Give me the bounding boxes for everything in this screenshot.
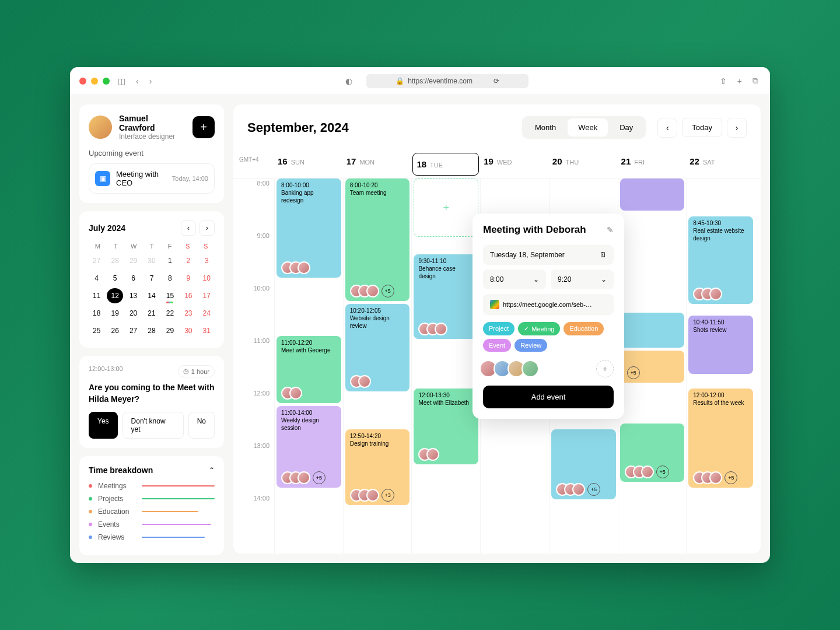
add-button[interactable]: + (192, 116, 215, 138)
calendar-event[interactable]: 8:45-10:30Real estate website design (688, 216, 753, 304)
mini-cal-day[interactable]: 29 (162, 323, 178, 338)
tag-education[interactable]: Education (564, 322, 604, 335)
day-header[interactable]: 19WED (480, 150, 549, 178)
mini-cal-day[interactable]: 25 (89, 323, 104, 338)
day-header[interactable]: 20THU (549, 150, 618, 178)
mini-cal-day[interactable]: 2 (180, 253, 196, 268)
meeting-link-field[interactable]: https://meet.google.com/seb-… (483, 294, 614, 315)
mini-cal-day[interactable]: 12 (107, 288, 123, 303)
next-week-button[interactable]: › (727, 118, 747, 138)
new-tab-icon[interactable]: + (735, 74, 744, 88)
mini-cal-day[interactable]: 27 (125, 323, 141, 338)
close-icon[interactable] (79, 78, 86, 85)
day-header[interactable]: 17MON (343, 150, 412, 178)
mini-cal-day[interactable]: 17 (199, 288, 215, 303)
new-event-placeholder[interactable]: + (414, 178, 478, 237)
calendar-event[interactable]: 12:00-13:30Meet with Elizabeth (414, 388, 478, 464)
mini-cal-day[interactable]: 7 (144, 271, 159, 286)
calendar-event[interactable]: 11:00-14:00Weekly design session+5 (276, 406, 341, 488)
mini-cal-day[interactable]: 24 (199, 306, 215, 321)
view-tab-month[interactable]: Month (524, 118, 566, 136)
mini-cal-day[interactable]: 13 (125, 288, 141, 303)
mini-cal-day[interactable]: 4 (89, 271, 104, 286)
add-attendee-button[interactable]: + (596, 360, 614, 377)
calendar-event[interactable]: +5 (551, 429, 616, 499)
mini-cal-day[interactable]: 11 (89, 288, 104, 303)
mini-cal-day[interactable]: 28 (144, 323, 159, 338)
mini-cal-day[interactable]: 28 (107, 253, 123, 268)
mini-cal-day[interactable]: 21 (144, 306, 159, 321)
shield-icon[interactable]: ◐ (343, 74, 355, 88)
avatar[interactable] (89, 116, 112, 139)
mini-prev-icon[interactable]: ‹ (181, 220, 196, 236)
calendar-event[interactable]: 10:40-11:50Shots review (688, 316, 753, 374)
mini-cal-day[interactable]: 30 (180, 323, 196, 338)
chevron-up-icon[interactable]: ⌃ (209, 466, 215, 474)
address-bar[interactable]: 🔒 https://eventime.com ⟳ (366, 74, 528, 88)
mini-cal-day[interactable]: 16 (180, 288, 196, 303)
calendar-event[interactable]: +5 (620, 351, 685, 383)
mini-cal-day[interactable]: 23 (180, 306, 196, 321)
day-column[interactable]: 8:00-10:20Team meeting+510:20-12:05Websi… (343, 178, 412, 554)
upcoming-event[interactable]: ▣ Meeting with CEO Today, 14:00 (89, 163, 215, 194)
mini-cal-day[interactable]: 5 (107, 271, 123, 286)
day-header[interactable]: 16SUN (274, 150, 343, 178)
sidebar-toggle-icon[interactable]: ◫ (116, 74, 128, 88)
maximize-icon[interactable] (103, 78, 110, 85)
calendar-event[interactable]: 8:00-10:00Banking app redesign (276, 178, 341, 278)
tag-meeting[interactable]: ✓Meeting (518, 322, 560, 335)
calendar-event[interactable]: 12:00-12:00Results of the week+5 (688, 388, 753, 488)
calendar-event[interactable]: 11:00-12:20Meet with Geoerge (276, 336, 341, 403)
today-button[interactable]: Today (682, 118, 722, 137)
calendar-event[interactable] (620, 178, 685, 211)
mini-cal-day[interactable]: 9 (180, 271, 196, 286)
share-icon[interactable]: ⇧ (718, 74, 729, 88)
rsvp-yes-button[interactable]: Yes (89, 412, 118, 439)
day-column[interactable]: +9:30-11:10Behance case design12:00-13:3… (411, 178, 480, 554)
view-tab-day[interactable]: Day (609, 118, 643, 136)
mini-cal-day[interactable]: 22 (162, 306, 178, 321)
calendar-event[interactable]: +5 (620, 424, 685, 482)
date-field[interactable]: Tuesday 18, September 🗓 (483, 245, 614, 265)
mini-cal-day[interactable]: 27 (89, 253, 104, 268)
mini-next-icon[interactable]: › (200, 220, 215, 236)
mini-cal-day[interactable]: 10 (199, 271, 215, 286)
mini-cal-day[interactable]: 18 (89, 306, 104, 321)
mini-cal-day[interactable]: 8 (162, 271, 178, 286)
start-time-field[interactable]: 8:00⌄ (483, 270, 546, 289)
view-tab-week[interactable]: Week (568, 118, 608, 136)
mini-cal-day[interactable]: 14 (144, 288, 159, 303)
prev-week-button[interactable]: ‹ (657, 118, 677, 138)
tag-event[interactable]: Event (483, 339, 511, 352)
forward-icon[interactable]: › (147, 74, 155, 88)
day-header[interactable]: 22SAT (686, 150, 755, 178)
add-event-button[interactable]: Add event (483, 386, 614, 408)
calendar-event[interactable]: 12:50-14:20Design training+3 (345, 429, 410, 505)
attendee-avatar[interactable] (522, 360, 539, 377)
reload-icon[interactable]: ⟳ (494, 77, 499, 85)
calendar-event[interactable]: 9:30-11:10Behance case design (414, 254, 478, 339)
end-time-field[interactable]: 9:20⌄ (551, 270, 614, 289)
edit-icon[interactable]: ✎ (607, 225, 614, 235)
day-column[interactable]: +5+5 (618, 178, 687, 554)
mini-cal-day[interactable]: 19 (107, 306, 123, 321)
day-header[interactable]: 21FRI (618, 150, 687, 178)
day-header[interactable]: 18TUE (412, 153, 479, 176)
mini-cal-day[interactable]: 30 (144, 253, 159, 268)
mini-cal-day[interactable]: 6 (125, 271, 141, 286)
tag-project[interactable]: Project (483, 322, 514, 335)
mini-cal-day[interactable]: 1 (162, 253, 178, 268)
mini-cal-day[interactable]: 29 (125, 253, 141, 268)
day-column[interactable]: 8:45-10:30Real estate website design10:4… (686, 178, 755, 554)
tabs-icon[interactable]: ⧉ (750, 74, 761, 88)
calendar-event[interactable]: 8:00-10:20Team meeting+5 (345, 178, 410, 301)
mini-cal-day[interactable]: 31 (199, 323, 215, 338)
day-column[interactable]: 8:00-10:00Banking app redesign11:00-12:2… (274, 178, 343, 554)
mini-cal-day[interactable]: 3 (199, 253, 215, 268)
mini-cal-day[interactable]: 20 (125, 306, 141, 321)
minimize-icon[interactable] (91, 78, 98, 85)
tag-review[interactable]: Review (514, 339, 547, 352)
back-icon[interactable]: ‹ (134, 74, 141, 88)
mini-cal-day[interactable]: 15 (162, 288, 178, 303)
rsvp-dk-button[interactable]: Don't know yet (123, 412, 184, 439)
